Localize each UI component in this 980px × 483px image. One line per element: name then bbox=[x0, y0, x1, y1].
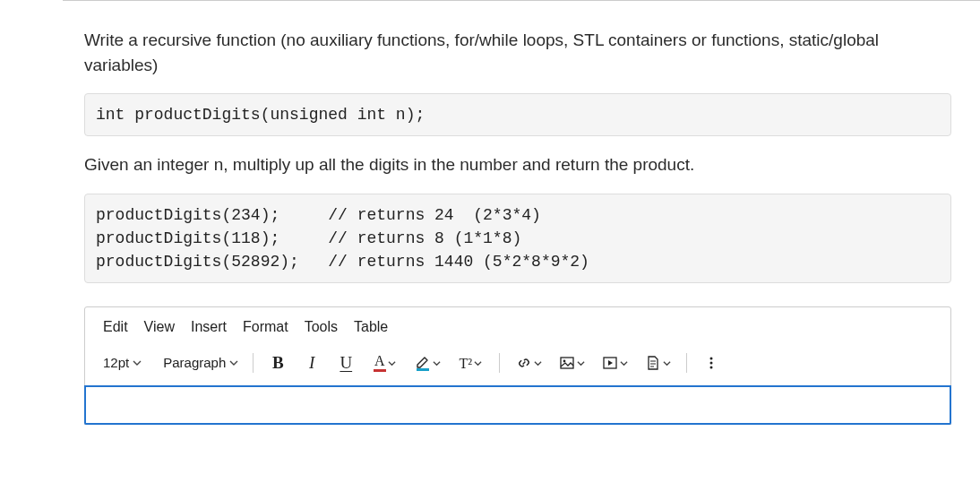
svg-point-2 bbox=[563, 360, 565, 363]
chevron-down-icon bbox=[229, 358, 238, 367]
font-size-dropdown[interactable]: 12pt bbox=[98, 349, 147, 376]
superscript-button[interactable]: T² bbox=[451, 349, 490, 376]
block-format-label: Paragraph bbox=[163, 353, 226, 373]
image-icon bbox=[559, 355, 575, 371]
svg-point-5 bbox=[710, 362, 713, 365]
chevron-down-icon bbox=[133, 358, 142, 367]
menu-format[interactable]: Format bbox=[243, 316, 288, 337]
bold-button[interactable]: B bbox=[262, 349, 293, 376]
toolbar-divider bbox=[499, 353, 500, 373]
font-size-label: 12pt bbox=[103, 353, 129, 373]
kebab-icon bbox=[704, 356, 718, 370]
italic-button[interactable]: I bbox=[297, 349, 327, 376]
chevron-down-icon bbox=[620, 359, 628, 367]
menu-tools[interactable]: Tools bbox=[305, 316, 338, 337]
toolbar-divider bbox=[253, 353, 254, 373]
text-color-button[interactable]: A bbox=[365, 349, 404, 376]
chevron-down-icon bbox=[577, 359, 585, 367]
insert-image-button[interactable] bbox=[552, 349, 591, 376]
menu-view[interactable]: View bbox=[144, 316, 175, 337]
underline-button[interactable]: U bbox=[331, 349, 361, 376]
superscript-icon: T² bbox=[459, 353, 472, 374]
menu-edit[interactable]: Edit bbox=[103, 316, 128, 337]
examples-code-block: productDigits(234); // returns 24 (2*3*4… bbox=[84, 194, 951, 283]
svg-point-4 bbox=[710, 358, 713, 360]
block-format-dropdown[interactable]: Paragraph bbox=[158, 349, 244, 376]
insert-media-button[interactable] bbox=[595, 349, 634, 376]
underline-glyph: U bbox=[340, 350, 352, 375]
insert-document-button[interactable] bbox=[638, 349, 677, 376]
signature-code-block: int productDigits(unsigned int n); bbox=[84, 93, 951, 136]
chevron-down-icon bbox=[433, 359, 441, 367]
menu-insert[interactable]: Insert bbox=[191, 316, 227, 337]
rich-text-editor: Edit View Insert Format Tools Table 12pt… bbox=[84, 306, 951, 425]
chevron-down-icon bbox=[474, 359, 482, 367]
link-icon bbox=[516, 355, 532, 371]
more-tools-button[interactable] bbox=[696, 349, 726, 376]
insert-link-button[interactable] bbox=[509, 349, 548, 376]
media-icon bbox=[602, 355, 618, 371]
editor-content-area[interactable] bbox=[84, 385, 951, 425]
editor-toolbar: 12pt Paragraph B I U bbox=[85, 346, 950, 385]
menu-table[interactable]: Table bbox=[354, 316, 388, 337]
italic-glyph: I bbox=[309, 350, 314, 375]
chevron-down-icon bbox=[663, 359, 671, 367]
svg-rect-0 bbox=[417, 368, 429, 371]
chevron-down-icon bbox=[534, 359, 542, 367]
chevron-down-icon bbox=[388, 359, 396, 367]
question-explanation: Given an integer n, multiply up all the … bbox=[84, 152, 951, 177]
text-color-icon: A bbox=[374, 354, 386, 372]
toolbar-divider bbox=[686, 353, 687, 373]
editor-menu-bar: Edit View Insert Format Tools Table bbox=[85, 307, 950, 346]
svg-point-6 bbox=[710, 367, 713, 369]
question-intro: Write a recursive function (no auxiliary… bbox=[84, 28, 951, 77]
highlight-color-button[interactable] bbox=[408, 349, 447, 376]
highlighter-icon bbox=[415, 354, 431, 372]
document-icon bbox=[645, 355, 661, 371]
bold-glyph: B bbox=[272, 350, 284, 375]
